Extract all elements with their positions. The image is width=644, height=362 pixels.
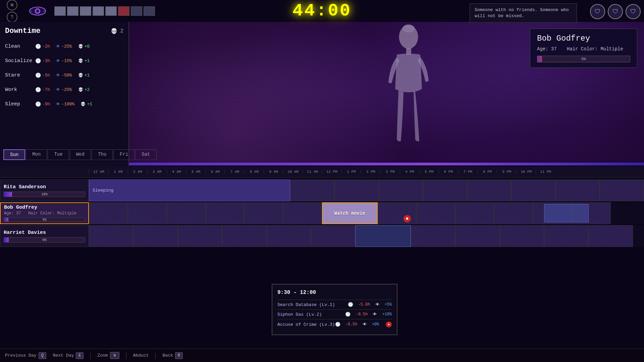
abduct-btn[interactable]: Abduct (133, 353, 149, 358)
noise-harriet-6[interactable] (311, 225, 355, 247)
noise-bob-3[interactable] (167, 202, 206, 224)
action-name-2: Accuse of Crime (Lv.3) (277, 322, 335, 327)
action-name-1: Siphon Gas (Lv.2) (277, 312, 322, 317)
stat-time-sleep: -9h (42, 102, 50, 107)
person-label-bob[interactable]: Bob Godfrey Age: 37 Hair Color: Multiple… (0, 202, 89, 224)
noise-bob-2[interactable] (128, 202, 167, 224)
downtime-title: Downtime (5, 27, 41, 35)
time-label-2am: 2 AM (128, 170, 147, 174)
stat-skull-sleep: +1 (87, 102, 92, 107)
highlight-bob[interactable] (544, 204, 588, 222)
svg-rect-7 (406, 48, 411, 55)
clock-icon: 🕐 (35, 44, 41, 49)
noise-harriet-5[interactable] (267, 225, 311, 247)
watch-movie-button[interactable]: Watch movie (322, 202, 378, 224)
clock-icon-soc: 🕐 (35, 58, 41, 64)
time-label-8pm: 8 PM (477, 170, 497, 174)
eye-icon-main[interactable] (28, 1, 48, 21)
clock-icon-2: 🕐 (335, 322, 340, 327)
tooltip-action-1[interactable]: Siphon Gas (Lv.2) 🕐 -0.5h 👁 +10% (277, 309, 392, 319)
tab-sun[interactable]: Sun (3, 149, 25, 160)
tab-sat[interactable]: Sat (135, 149, 156, 160)
row-harriet: Harriet Davies 6% (0, 225, 644, 247)
prev-day-label: Previous Day (5, 353, 37, 358)
person-label-harriet[interactable]: Harriet Davies 6% (0, 225, 89, 247)
victim-progress-fill (537, 56, 542, 62)
noise-harriet-3[interactable] (178, 225, 222, 247)
noise-bob-4[interactable] (206, 202, 245, 224)
noise-bob-1[interactable] (89, 202, 128, 224)
tooltip-red-dot: ● (386, 321, 392, 327)
stat-time-soc: -3h (42, 58, 50, 63)
noise-harriet-1[interactable] (89, 225, 133, 247)
noise-rita-8[interactable] (600, 179, 644, 201)
tab-thu[interactable]: Thu (92, 149, 113, 160)
noise-rita-7[interactable] (555, 179, 600, 201)
question-icon[interactable]: ? (7, 12, 17, 22)
skull-count-icon: 💀 (111, 28, 117, 35)
prev-day-btn[interactable]: Previous Day Q (5, 352, 46, 359)
activity-stats-clean: 🕐 -2h 👁 -25% 💀 +0 (35, 44, 90, 49)
top-right-badges: 🛡 🛡 🛡 (590, 4, 641, 19)
activity-stats-socialize: 🕐 -3h 👁 -15% 💀 +1 (35, 58, 90, 64)
activity-sleep[interactable]: Sleep 🕐 -9h 👁 -100% 💀 +1 (5, 100, 123, 109)
person-progress-text-harriet: 6% (42, 238, 46, 242)
noise-harriet-10[interactable] (544, 225, 588, 247)
health-segment-1 (54, 6, 66, 16)
noise-rita-1[interactable] (290, 179, 334, 201)
noise-harriet-7[interactable] (411, 225, 455, 247)
noise-rita-3[interactable] (379, 179, 423, 201)
tab-fri[interactable]: Fri (113, 149, 135, 160)
noise-bob-8[interactable] (416, 202, 455, 224)
noise-bob-5[interactable] (244, 202, 283, 224)
tab-wed[interactable]: Wed (70, 149, 91, 160)
noise-bob-10[interactable] (494, 202, 533, 224)
skull-stat-icon-clean: 💀 (78, 44, 83, 49)
time-label-1pm: 1 PM (341, 170, 361, 174)
person-progress-text-bob: 5% (42, 218, 46, 221)
sleep-block-rita: Sleeping (89, 179, 290, 201)
red-indicator: ● (404, 215, 411, 222)
zoom-btn[interactable]: Zoom 🖱 (97, 352, 119, 359)
tab-tue[interactable]: Tue (48, 149, 69, 160)
person-progress-bob: 5% (4, 217, 85, 222)
health-bars (54, 6, 155, 16)
action-stats-2: 🕐 -0.5h 👁 +0% ● (335, 321, 392, 327)
noise-harriet-8[interactable] (455, 225, 499, 247)
noise-rita-4[interactable] (423, 179, 467, 201)
time-label-5pm: 5 PM (419, 170, 439, 174)
zoom-key: 🖱 (110, 352, 119, 359)
tooltip-action-0[interactable]: Search Database (Lv.1) 🕐 -5.0h 👁 +5% (277, 300, 392, 309)
time-label-6pm: 6 PM (439, 170, 458, 174)
next-day-btn[interactable]: Next Day E (53, 352, 84, 359)
gear-icon[interactable]: ⚙ (7, 0, 17, 10)
noise-rita-6[interactable] (511, 179, 555, 201)
victim-progress-bar: 5% (537, 56, 630, 62)
back-btn[interactable]: Back R (162, 352, 182, 359)
highlight-harriet[interactable] (355, 225, 411, 247)
action-eye-1: +10% (382, 312, 392, 317)
activity-work[interactable]: Work 🕐 -7h 👁 -25% 💀 +2 (5, 85, 123, 94)
person-label-rita[interactable]: Rita Sanderson 10% (0, 179, 89, 201)
noise-harriet-4[interactable] (222, 225, 266, 247)
abduct-label: Abduct (133, 353, 149, 358)
badge-shield-1: 🛡 (590, 4, 605, 19)
activity-socialize[interactable]: Socialize 🕐 -3h 👁 -15% 💀 +1 (5, 56, 123, 65)
eye-stat-icon-clean: 👁 (56, 44, 60, 49)
noise-rita-5[interactable] (467, 179, 512, 201)
svg-point-2 (37, 10, 39, 12)
day-tabs: Sun Mon Tue Wed Thu Fri Sat (0, 148, 129, 162)
time-label-10am: 10 AM (283, 170, 303, 174)
tab-mon[interactable]: Mon (26, 149, 47, 160)
noise-harriet-11[interactable] (588, 225, 633, 247)
sleep-label-rita: Sleeping (93, 188, 113, 193)
noise-harriet-9[interactable] (500, 225, 544, 247)
noise-bob-6[interactable] (283, 202, 322, 224)
tooltip-action-2[interactable]: Accuse of Crime (Lv.3) 🕐 -0.5h 👁 +0% ● (277, 319, 392, 329)
noise-bob-9[interactable] (455, 202, 494, 224)
activity-stare[interactable]: Stare 🕐 -5h 👁 -50% 💀 +1 (5, 71, 123, 80)
activity-name-stare: Stare (5, 72, 35, 78)
activity-clean[interactable]: Clean 🕐 -2h 👁 -25% 💀 +0 (5, 42, 123, 51)
noise-harriet-2[interactable] (133, 225, 177, 247)
noise-rita-2[interactable] (334, 179, 379, 201)
